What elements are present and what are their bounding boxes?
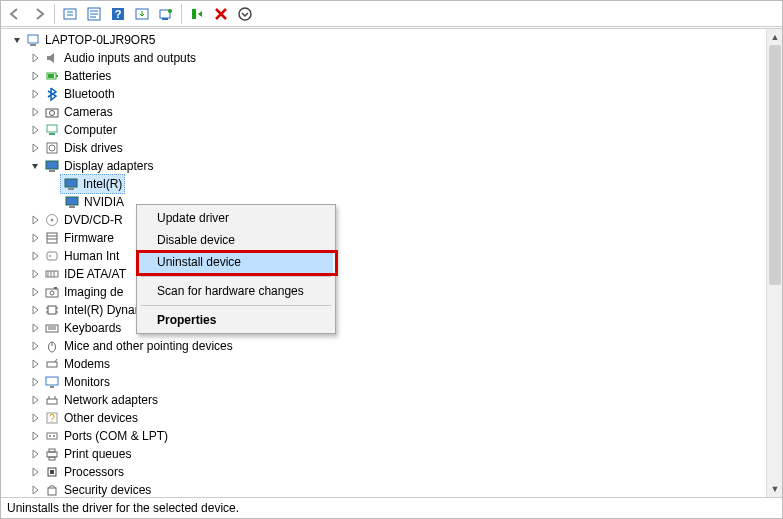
- scan-hardware-icon[interactable]: [154, 3, 178, 25]
- expand-icon[interactable]: [29, 232, 41, 244]
- tree-item[interactable]: Mice and other pointing devices: [7, 337, 766, 355]
- tree-item[interactable]: Cameras: [7, 103, 766, 121]
- toolbar-separator: [54, 4, 55, 24]
- tree-item[interactable]: DVD/CD-R: [7, 211, 766, 229]
- tree-root[interactable]: LAPTOP-0LJR9OR5: [7, 31, 766, 49]
- expand-icon[interactable]: [29, 268, 41, 280]
- scroll-down-icon[interactable]: ▼: [767, 481, 782, 497]
- tree-item[interactable]: Bluetooth: [7, 85, 766, 103]
- tree-panel: LAPTOP-0LJR9OR5Audio inputs and outputsB…: [1, 28, 782, 498]
- tree-item[interactable]: Keyboards: [7, 319, 766, 337]
- svg-point-14: [239, 8, 251, 20]
- tree-item[interactable]: Intel(R) Dynamic Platform and Thermal Fr…: [7, 301, 766, 319]
- tree-item[interactable]: Disk drives: [7, 139, 766, 157]
- svg-rect-18: [56, 75, 58, 77]
- context-menu-item[interactable]: Uninstall device: [139, 251, 333, 273]
- tree-item[interactable]: ?Other devices: [7, 409, 766, 427]
- tree-item[interactable]: Print queues: [7, 445, 766, 463]
- tree-item[interactable]: Display adapters: [7, 157, 766, 175]
- tree-item[interactable]: Network adapters: [7, 391, 766, 409]
- expand-icon[interactable]: [29, 376, 41, 388]
- tree-item-label: Intel(R): [83, 175, 122, 193]
- expand-icon[interactable]: [29, 484, 41, 496]
- expand-icon[interactable]: [29, 52, 41, 64]
- expand-icon[interactable]: [29, 88, 41, 100]
- expand-icon[interactable]: [29, 286, 41, 298]
- properties-icon[interactable]: [82, 3, 106, 25]
- forward-arrow-icon[interactable]: [27, 3, 51, 25]
- vertical-scrollbar[interactable]: ▲ ▼: [766, 29, 782, 497]
- expand-icon[interactable]: [29, 358, 41, 370]
- tree-item[interactable]: NVIDIA: [7, 193, 766, 211]
- tree-item-label: Computer: [64, 121, 117, 139]
- tree-item[interactable]: Security devices: [7, 481, 766, 497]
- expand-icon[interactable]: [29, 124, 41, 136]
- tree-item[interactable]: Computer: [7, 121, 766, 139]
- expand-icon[interactable]: [29, 214, 41, 226]
- expand-icon[interactable]: [29, 466, 41, 478]
- svg-rect-70: [49, 457, 55, 460]
- context-menu-item[interactable]: Properties: [139, 309, 333, 331]
- tree-item[interactable]: Human Int: [7, 247, 766, 265]
- more-arrow-icon[interactable]: [233, 3, 257, 25]
- tree-item[interactable]: Imaging de: [7, 283, 766, 301]
- tree-item[interactable]: Ports (COM & LPT): [7, 427, 766, 445]
- tree-item[interactable]: Monitors: [7, 373, 766, 391]
- context-menu-item[interactable]: Update driver: [139, 207, 333, 229]
- context-menu-separator: [141, 276, 331, 277]
- expand-icon[interactable]: [29, 412, 41, 424]
- tree-item-label: Mice and other pointing devices: [64, 337, 233, 355]
- bluetooth-icon: [44, 86, 60, 102]
- expand-icon[interactable]: [11, 34, 23, 46]
- tree-item[interactable]: Firmware: [7, 229, 766, 247]
- display-icon: [44, 158, 60, 174]
- svg-point-25: [49, 145, 55, 151]
- tree-item-label: Cameras: [64, 103, 113, 121]
- expand-icon[interactable]: [29, 250, 41, 262]
- tree-item[interactable]: Modems: [7, 355, 766, 373]
- scroll-up-icon[interactable]: ▲: [767, 29, 782, 45]
- tree-item[interactable]: IDE ATA/AT: [7, 265, 766, 283]
- hid-icon: [44, 248, 60, 264]
- expand-icon[interactable]: [29, 448, 41, 460]
- back-arrow-icon[interactable]: [3, 3, 27, 25]
- expand-icon[interactable]: [29, 70, 41, 82]
- svg-point-38: [49, 255, 51, 257]
- uninstall-x-icon[interactable]: [209, 3, 233, 25]
- expand-icon[interactable]: [29, 430, 41, 442]
- toolbar: ?: [1, 1, 782, 27]
- monitor-icon: [44, 374, 60, 390]
- tree-item[interactable]: Processors: [7, 463, 766, 481]
- context-menu-item[interactable]: Scan for hardware changes: [139, 280, 333, 302]
- display-icon: [64, 194, 80, 210]
- expand-icon[interactable]: [29, 394, 41, 406]
- expand-icon[interactable]: [29, 340, 41, 352]
- show-hidden-icon[interactable]: [58, 3, 82, 25]
- expand-icon[interactable]: [29, 106, 41, 118]
- svg-rect-43: [46, 289, 58, 297]
- enable-device-icon[interactable]: [185, 3, 209, 25]
- tree-item-label: Processors: [64, 463, 124, 481]
- expand-icon[interactable]: [29, 322, 41, 334]
- svg-rect-19: [48, 74, 54, 78]
- disk-icon: [44, 140, 60, 156]
- svg-rect-60: [47, 399, 57, 404]
- help-icon[interactable]: ?: [106, 3, 130, 25]
- device-tree[interactable]: LAPTOP-0LJR9OR5Audio inputs and outputsB…: [1, 29, 766, 497]
- tree-item[interactable]: Audio inputs and outputs: [7, 49, 766, 67]
- svg-rect-68: [47, 452, 57, 457]
- expand-icon[interactable]: [29, 304, 41, 316]
- collapse-icon[interactable]: [29, 160, 41, 172]
- context-menu-item[interactable]: Disable device: [139, 229, 333, 251]
- svg-rect-26: [46, 161, 58, 169]
- tree-item-label: NVIDIA: [84, 193, 124, 211]
- tree-item[interactable]: Batteries: [7, 67, 766, 85]
- svg-rect-72: [50, 470, 54, 474]
- computer-icon: [25, 32, 41, 48]
- modem-icon: [44, 356, 60, 372]
- tree-item[interactable]: Intel(R): [7, 175, 766, 193]
- expand-icon[interactable]: [29, 142, 41, 154]
- scroll-thumb[interactable]: [769, 45, 781, 285]
- svg-text:?: ?: [115, 8, 122, 20]
- update-driver-icon[interactable]: [130, 3, 154, 25]
